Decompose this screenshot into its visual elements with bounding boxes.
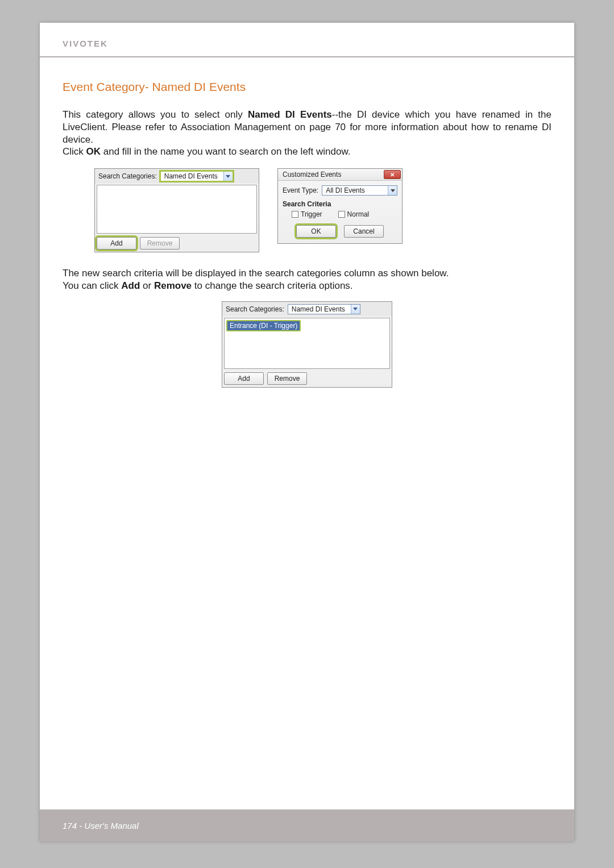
- text: You can click: [63, 280, 121, 291]
- dialog-buttons: OK Cancel: [283, 225, 397, 238]
- search-categories-label: Search Categories:: [98, 172, 157, 180]
- chevron-down-icon[interactable]: [223, 172, 233, 181]
- search-categories-footer: Add Remove: [222, 371, 392, 387]
- manual-page: VIVOTEK Event Category- Named DI Events …: [40, 23, 574, 841]
- text-bold: Named DI Events: [248, 109, 332, 120]
- search-categories-list[interactable]: Entrance (DI - Trigger): [224, 318, 390, 369]
- text: and fill in the name you want to search …: [101, 146, 350, 157]
- search-categories-header: Search Categories: Named DI Events: [222, 302, 392, 317]
- cancel-button[interactable]: Cancel: [344, 225, 384, 238]
- dialog-title: Customized Events: [283, 171, 384, 178]
- remove-button: Remove: [140, 237, 180, 250]
- list-item[interactable]: Entrance (DI - Trigger): [226, 320, 301, 331]
- search-criteria-label: Search Criteria: [283, 200, 397, 208]
- combo-text: Named DI Events: [288, 305, 351, 314]
- search-categories-header: Search Categories: Named DI Events: [95, 169, 259, 184]
- text: Click: [63, 146, 86, 157]
- paragraph: This category allows you to select only …: [63, 109, 551, 146]
- text-bold: OK: [86, 146, 101, 157]
- paragraph: Click OK and fill in the name you want t…: [63, 146, 551, 158]
- search-categories-list[interactable]: [97, 185, 257, 234]
- checkbox-box: [338, 211, 345, 218]
- close-icon[interactable]: ✕: [384, 170, 401, 179]
- combo-text: Named DI Events: [161, 172, 223, 181]
- page-content: Event Category- Named DI Events This cat…: [40, 57, 574, 388]
- chevron-down-icon[interactable]: [388, 186, 397, 195]
- remove-button[interactable]: Remove: [267, 372, 307, 385]
- paragraph: You can click Add or Remove to change th…: [63, 280, 551, 292]
- search-categories-combo[interactable]: Named DI Events: [160, 171, 233, 181]
- customized-events-dialog: Customized Events ✕ Event Type: All DI E…: [277, 168, 403, 244]
- search-categories-panel: Search Categories: Named DI Events Add R…: [94, 168, 259, 252]
- svg-marker-2: [353, 308, 358, 310]
- brand: VIVOTEK: [63, 39, 551, 48]
- page-header: VIVOTEK: [40, 23, 574, 53]
- text-bold: Add: [121, 280, 140, 291]
- trigger-checkbox[interactable]: Trigger: [292, 210, 322, 218]
- checkbox-label: Trigger: [301, 210, 322, 218]
- screenshot-row-1: Search Categories: Named DI Events Add R…: [94, 168, 551, 252]
- page-footer: 174 - User's Manual: [40, 809, 574, 841]
- paragraph: The new search criteria will be displaye…: [63, 267, 551, 280]
- search-categories-label: Search Categories:: [226, 305, 284, 313]
- add-button[interactable]: Add: [97, 237, 136, 250]
- event-type-combo[interactable]: All DI Events: [322, 185, 397, 196]
- screenshot-row-2: Search Categories: Named DI Events Entra…: [63, 301, 551, 388]
- checkbox-label: Normal: [347, 210, 370, 218]
- text: This category allows you to select only: [63, 109, 248, 120]
- svg-marker-0: [226, 175, 230, 178]
- section-title: Event Category- Named DI Events: [63, 80, 551, 94]
- text: to change the search criteria options.: [192, 280, 353, 291]
- text: or: [140, 280, 154, 291]
- chevron-down-icon[interactable]: [351, 305, 360, 314]
- combo-text: All DI Events: [322, 186, 388, 195]
- event-type-row: Event Type: All DI Events: [283, 185, 397, 196]
- highlight: Add: [97, 237, 136, 250]
- dialog-body: Event Type: All DI Events Search Criteri…: [278, 181, 402, 243]
- checkbox-row: Trigger Normal: [283, 210, 397, 218]
- search-categories-combo[interactable]: Named DI Events: [288, 304, 360, 314]
- search-categories-footer: Add Remove: [95, 236, 259, 252]
- svg-marker-1: [391, 189, 395, 192]
- search-categories-panel-2: Search Categories: Named DI Events Entra…: [222, 301, 392, 388]
- text-bold: Remove: [154, 280, 192, 291]
- checkbox-box: [292, 211, 298, 218]
- normal-checkbox[interactable]: Normal: [338, 210, 370, 218]
- event-type-label: Event Type:: [283, 186, 318, 194]
- add-button[interactable]: Add: [224, 372, 264, 385]
- ok-button[interactable]: OK: [296, 225, 336, 238]
- dialog-titlebar: Customized Events ✕: [278, 169, 402, 181]
- footer-text: 174 - User's Manual: [63, 821, 139, 830]
- highlight: OK: [296, 225, 336, 238]
